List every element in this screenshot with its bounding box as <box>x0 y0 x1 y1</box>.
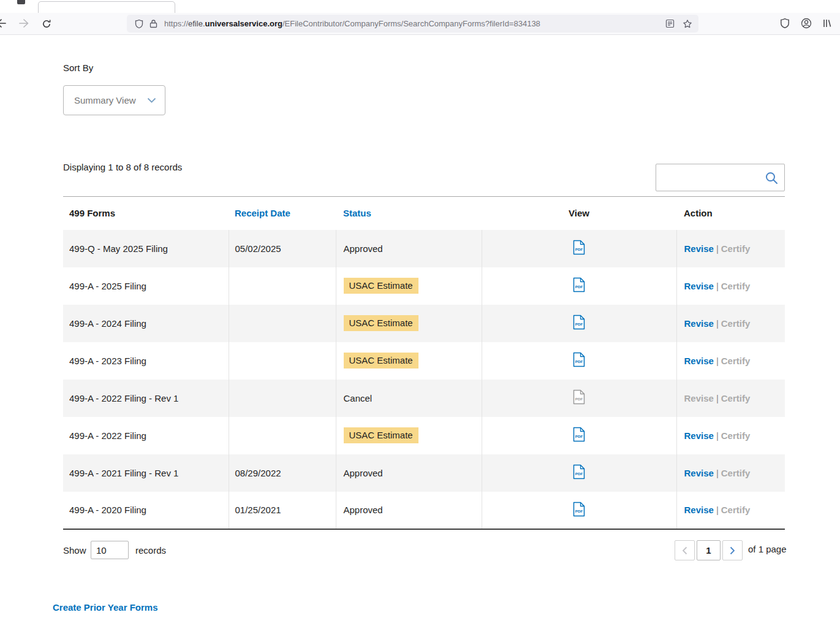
table-row: 499-A - 2020 Filing01/25/2021ApprovedPDF… <box>63 492 785 529</box>
revise-link[interactable]: Revise <box>684 430 714 441</box>
page-count-label: of 1 page <box>748 544 787 554</box>
svg-text:PDF: PDF <box>575 472 583 476</box>
reload-icon[interactable] <box>42 19 51 31</box>
form-name-cell: 499-A - 2023 Filing <box>63 342 229 380</box>
receipt-date-cell <box>229 417 336 454</box>
search-input[interactable] <box>656 164 759 191</box>
forms-table: 499 Forms Receipt Date Status View Actio… <box>63 196 785 530</box>
reader-view-icon[interactable] <box>665 19 675 28</box>
certify-link[interactable]: Certify <box>721 356 751 366</box>
view-cell: PDF <box>482 342 676 380</box>
status-text: Approved <box>344 468 383 478</box>
pdf-icon[interactable]: PDF <box>573 427 585 442</box>
table-row: 499-Q - May 2025 Filing05/02/2025Approve… <box>63 230 785 267</box>
pdf-icon[interactable]: PDF <box>573 352 585 367</box>
certify-link[interactable]: Certify <box>721 430 751 441</box>
browser-tab[interactable] <box>38 1 175 13</box>
form-name-cell: 499-A - 2022 Filing <box>63 417 229 454</box>
revise-link[interactable]: Revise <box>684 281 714 291</box>
certify-link[interactable]: Certify <box>721 281 751 291</box>
lock-icon[interactable] <box>149 19 157 28</box>
svg-text:PDF: PDF <box>575 359 583 364</box>
table-row: 499-A - 2022 Filing - Rev 1CancelPDFRevi… <box>63 380 785 417</box>
revise-link[interactable]: Revise <box>684 505 714 515</box>
form-name-cell: 499-Q - May 2025 Filing <box>63 230 229 267</box>
records-per-page-input[interactable] <box>91 541 129 559</box>
search-icon[interactable] <box>765 171 778 187</box>
pdf-icon[interactable]: PDF <box>573 240 585 255</box>
form-name-cell: 499-A - 2021 Filing - Rev 1 <box>63 454 229 492</box>
previous-page-button[interactable] <box>675 540 695 560</box>
receipt-date-cell <box>229 342 336 380</box>
sort-by-label: Sort By <box>63 63 93 73</box>
action-separator: | <box>716 318 719 329</box>
create-prior-year-forms-link[interactable]: Create Prior Year Forms <box>53 602 157 613</box>
pdf-icon[interactable]: PDF <box>573 464 585 479</box>
revise-link[interactable]: Revise <box>684 318 714 329</box>
revise-link[interactable]: Revise <box>684 393 714 403</box>
next-page-button[interactable] <box>722 540 743 560</box>
table-row: 499-A - 2025 FilingUSAC EstimatePDFRevis… <box>63 267 785 305</box>
receipt-date-cell: 05/02/2025 <box>229 230 336 267</box>
status-cell: Approved <box>336 492 482 529</box>
revise-link[interactable]: Revise <box>684 356 714 366</box>
records-summary: Displaying 1 to 8 of 8 records <box>63 162 182 172</box>
certify-link[interactable]: Certify <box>721 505 751 515</box>
show-label: Show <box>63 545 86 556</box>
url-path: /EFileContributor/CompanyForms/SearchCom… <box>282 19 540 28</box>
certify-link[interactable]: Certify <box>721 243 751 254</box>
action-cell: Revise|Certify <box>676 380 785 417</box>
svg-text:PDF: PDF <box>575 247 583 251</box>
address-bar[interactable]: https://efile.universalservice.org/EFile… <box>127 15 698 32</box>
status-text: Approved <box>344 505 383 515</box>
table-row: 499-A - 2024 FilingUSAC EstimatePDFRevis… <box>63 305 785 342</box>
receipt-date-cell <box>229 305 336 342</box>
pdf-icon[interactable]: PDF <box>573 502 585 517</box>
receipt-date-cell: 08/29/2022 <box>229 454 336 492</box>
back-icon[interactable] <box>0 18 7 31</box>
protection-shield-icon[interactable] <box>779 18 790 31</box>
pdf-icon[interactable]: PDF <box>573 277 585 292</box>
pdf-icon[interactable]: PDF <box>573 389 585 405</box>
forward-icon[interactable] <box>18 18 29 31</box>
certify-link[interactable]: Certify <box>721 318 751 329</box>
table-header-row: 499 Forms Receipt Date Status View Actio… <box>63 197 785 230</box>
column-header-499-forms: 499 Forms <box>63 197 229 230</box>
action-cell: Revise|Certify <box>676 454 785 492</box>
pdf-icon[interactable]: PDF <box>573 315 585 330</box>
status-cell: USAC Estimate <box>336 267 482 305</box>
certify-link[interactable]: Certify <box>721 393 751 403</box>
receipt-date-cell <box>229 267 336 305</box>
status-badge: USAC Estimate <box>344 427 418 443</box>
url-text: https://efile.universalservice.org/EFile… <box>164 19 540 28</box>
account-icon[interactable] <box>801 18 812 31</box>
shield-icon[interactable] <box>134 19 144 29</box>
summary-view-dropdown[interactable]: Summary View <box>63 85 165 115</box>
action-cell: Revise|Certify <box>676 492 785 529</box>
status-cell: Approved <box>336 454 482 492</box>
status-cell: USAC Estimate <box>336 342 482 380</box>
table-row: 499-A - 2021 Filing - Rev 108/29/2022App… <box>63 454 785 492</box>
revise-link[interactable]: Revise <box>684 243 714 254</box>
action-cell: Revise|Certify <box>676 230 785 267</box>
view-cell: PDF <box>482 305 676 342</box>
form-name-cell: 499-A - 2024 Filing <box>63 305 229 342</box>
certify-link[interactable]: Certify <box>721 468 751 478</box>
bookmark-star-icon[interactable] <box>683 19 692 29</box>
action-separator: | <box>716 430 719 441</box>
column-header-status[interactable]: Status <box>336 197 482 230</box>
action-separator: | <box>716 468 719 478</box>
view-cell: PDF <box>482 230 676 267</box>
svg-text:PDF: PDF <box>575 434 583 438</box>
library-icon[interactable] <box>822 18 832 31</box>
status-cell: Approved <box>336 230 482 267</box>
url-scheme: https:// <box>164 19 188 28</box>
tab-strip <box>0 0 840 13</box>
column-header-receipt-date[interactable]: Receipt Date <box>229 197 336 230</box>
table-row: 499-A - 2022 FilingUSAC EstimatePDFRevis… <box>63 417 785 454</box>
page-number-input[interactable] <box>697 540 721 560</box>
action-cell: Revise|Certify <box>676 305 785 342</box>
revise-link[interactable]: Revise <box>684 468 714 478</box>
action-cell: Revise|Certify <box>676 267 785 305</box>
chevron-left-icon <box>682 546 687 555</box>
